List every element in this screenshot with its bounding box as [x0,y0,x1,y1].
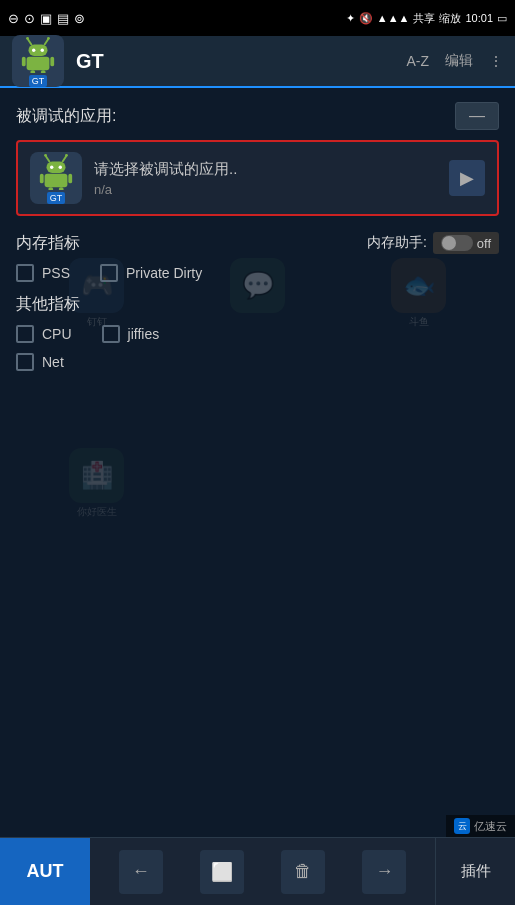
android-robot-icon [19,35,57,73]
edit-menu-button[interactable]: 编辑 [445,52,473,70]
more-options-icon[interactable]: ⋮ [489,53,503,69]
pss-checkbox[interactable] [16,264,34,282]
clock-icon: ⊚ [74,11,85,26]
toggle-thumb [442,236,456,250]
zoom-label: 缩放 [439,11,461,26]
title-bar: GT GT A-Z 编辑 ⋮ [0,36,515,88]
app-na-text: n/a [94,182,449,197]
app-select-box[interactable]: GT 请选择被调试的应用.. n/a ▶ [16,140,499,216]
svg-rect-20 [40,174,44,184]
jiffies-checkbox-item[interactable]: jiffies [102,325,160,343]
svg-rect-8 [22,57,26,67]
memory-section: 内存指标 内存助手: off PSS Private Dirty [16,232,499,282]
memory-checkbox-row: PSS Private Dirty [16,264,499,282]
app-hint-text: 请选择被调试的应用.. [94,160,449,179]
app-select-android-icon: GT [30,152,82,204]
sort-az-button[interactable]: A-Z [406,53,429,69]
memory-header: 内存指标 内存助手: off [16,232,499,254]
back-button[interactable]: ← [119,850,163,894]
pss-checkbox-item[interactable]: PSS [16,264,70,282]
gt-icon-label: GT [29,75,48,87]
mute-icon: 🔇 [359,12,373,25]
svg-point-18 [59,165,62,168]
private-dirty-label: Private Dirty [126,265,202,281]
svg-line-12 [46,156,50,162]
svg-rect-23 [59,187,64,190]
cpu-checkbox[interactable] [16,325,34,343]
cpu-checkbox-item[interactable]: CPU [16,325,72,343]
gt-select-label: GT [47,192,66,204]
app-under-test-label: 被调试的应用: [16,106,116,127]
smiley-icon: ⊙ [24,11,35,26]
share-label: 共享 [413,11,435,26]
battery-icon: ▭ [497,12,507,25]
svg-rect-9 [50,57,54,67]
forward-button[interactable]: → [362,850,406,894]
app-under-test-header: 被调试的应用: — [16,102,499,130]
plugin-button[interactable]: 插件 [435,838,515,905]
app-icon-status: ▤ [57,11,69,26]
svg-point-13 [44,154,47,157]
status-right-area: ✦ 🔇 ▲▲▲ 共享 缩放 10:01 ▭ [346,11,507,26]
app-title: GT [76,50,406,73]
svg-point-1 [26,37,29,40]
minus-circle-icon: ⊖ [8,11,19,26]
memory-helper-label: 内存助手: [367,234,427,252]
toggle-off-label: off [477,236,491,251]
cpu-label: CPU [42,326,72,342]
pss-label: PSS [42,265,70,281]
watermark-text: 亿速云 [474,819,507,834]
svg-rect-16 [47,162,66,173]
status-left-icons: ⊖ ⊙ ▣ ▤ ⊚ [8,11,85,26]
aut-button[interactable]: AUT [0,838,90,905]
delete-button[interactable]: 🗑 [281,850,325,894]
aut-label: AUT [27,861,64,882]
toggle-track [441,235,473,251]
image-icon: ▣ [40,11,52,26]
net-checkbox[interactable] [16,353,34,371]
svg-point-15 [65,154,68,157]
delete-icon: 🗑 [294,861,312,882]
private-dirty-checkbox-item[interactable]: Private Dirty [100,264,202,282]
svg-rect-7 [27,57,50,70]
bluetooth-icon: ✦ [346,12,355,25]
jiffies-checkbox[interactable] [102,325,120,343]
app-launcher-icon[interactable]: GT [12,35,64,87]
private-dirty-checkbox[interactable] [100,264,118,282]
svg-rect-21 [68,174,72,184]
bottom-navigation: AUT ← ⬜ 🗑 → 插件 [0,837,515,905]
net-checkbox-item[interactable]: Net [16,353,64,371]
app-select-text-area: 请选择被调试的应用.. n/a [94,160,449,197]
svg-line-2 [45,39,49,45]
memory-helper-area: 内存助手: off [367,232,499,254]
title-action-area: A-Z 编辑 ⋮ [406,52,503,70]
background-apps-lower: 🏥 你好医生 [0,448,515,519]
svg-rect-19 [45,174,68,187]
other-checkbox-row-1: CPU jiffies [16,325,499,343]
watermark-icon: 云 [454,818,470,834]
svg-point-3 [47,37,50,40]
minus-button[interactable]: — [455,102,499,130]
other-section: 其他指标 CPU jiffies Net [16,294,499,371]
svg-line-0 [28,39,32,45]
svg-rect-4 [29,45,48,56]
svg-rect-10 [30,70,35,73]
other-checkbox-row-2: Net [16,353,499,371]
forward-icon: → [375,861,393,882]
minus-icon: — [469,107,485,125]
watermark-area: 云 亿速云 [446,815,515,837]
memory-title-label: 内存指标 [16,233,80,254]
plugin-label: 插件 [461,862,491,881]
app-select-arrow-button[interactable]: ▶ [449,160,485,196]
time-display: 10:01 [465,12,493,24]
jiffies-label: jiffies [128,326,160,342]
signal-icon: ▲▲▲ [377,12,410,24]
android-icon-select [37,152,75,190]
screen-button[interactable]: ⬜ [200,850,244,894]
nav-middle-area: ← ⬜ 🗑 → [90,838,435,905]
svg-rect-11 [41,70,46,73]
back-icon: ← [132,861,150,882]
other-section-title: 其他指标 [16,294,499,315]
main-content: 被调试的应用: — GT 请选择被调试的应用.. [0,88,515,395]
memory-helper-toggle[interactable]: off [433,232,499,254]
